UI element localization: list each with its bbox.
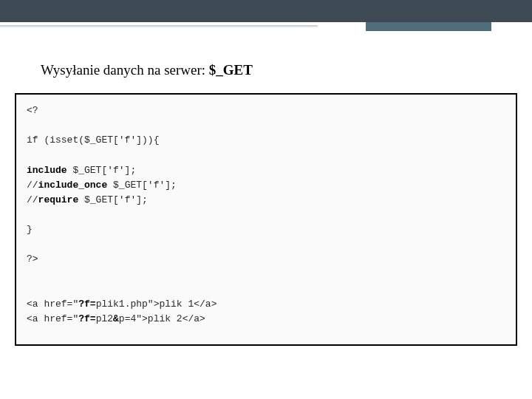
code-text: <a href=" [27, 299, 78, 310]
top-band [0, 0, 532, 22]
title-bold: $_GET [209, 62, 253, 78]
code-keyword: include [27, 165, 67, 176]
code-text: p=4">plik 2</a> [119, 313, 205, 324]
accent-right-block [366, 22, 491, 31]
code-text: <a href=" [27, 313, 78, 324]
code-text: $_GET['f']; [107, 180, 177, 191]
code-text: $_GET['f']; [78, 194, 148, 205]
code-keyword: ?f= [78, 299, 95, 310]
code-text: // [27, 180, 38, 191]
title-area: Wysyłanie danych na serwer: $_GET [0, 38, 532, 86]
code-keyword: require [38, 194, 79, 205]
code-line: } [27, 224, 33, 235]
accent-row [0, 22, 532, 38]
accent-left-rule [0, 25, 318, 28]
code-line: <? [27, 105, 38, 116]
code-keyword: ?f= [78, 313, 95, 324]
code-box: <? if (isset($_GET['f'])){ include $_GET… [15, 93, 517, 346]
code-line: if (isset($_GET['f'])){ [27, 134, 159, 146]
code-keyword: include_once [38, 180, 108, 191]
code-line: ?> [27, 253, 38, 265]
code-text: pl2 [96, 313, 113, 324]
code-text: plik1.php">plik 1</a> [96, 299, 217, 310]
page-title: Wysyłanie danych na serwer: $_GET [41, 62, 532, 78]
code-text: $_GET['f']; [67, 165, 137, 176]
code-keyword: & [113, 313, 119, 324]
title-plain: Wysyłanie danych na serwer: [41, 62, 209, 78]
code-text: // [27, 194, 38, 205]
